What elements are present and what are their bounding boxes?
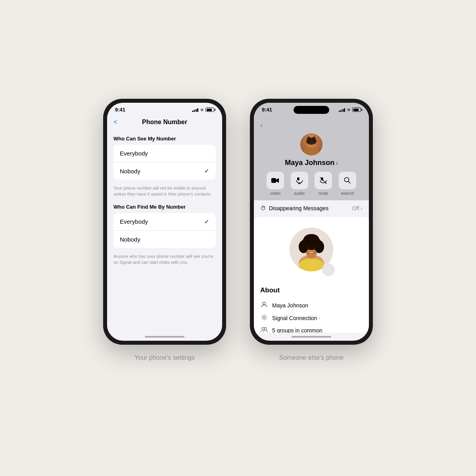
about-title: About [260,286,363,294]
timer-icon: ⏱ [260,205,266,211]
bar1 [192,111,193,112]
status-bar-1: 9:41 ⊛ [107,103,222,115]
person-icon [260,301,268,309]
svg-point-18 [303,234,319,245]
contact-header-nav: ‹ [260,121,363,129]
section1-note: Your phone number will not be visible to… [107,183,222,204]
action-buttons: video audio [260,172,363,196]
svg-point-25 [264,327,267,330]
settings-row-nobody-2[interactable]: Nobody [113,231,216,248]
phone2: 9:41 ⊛ [250,99,373,345]
action-btn-audio[interactable]: audio [288,172,311,196]
checkmark-everybody-2: ✓ [204,218,209,225]
status-time-1: 9:41 [115,107,125,113]
bar4-2 [344,108,345,112]
wifi-icon: ⊛ [200,107,203,112]
disappearing-left: ⏱ Disappearing Messages [260,205,328,211]
about-groups-text: 5 groups in common [272,327,322,333]
row-label-nobody-1: Nobody [120,168,140,175]
settings-scroll[interactable]: Who Can See My Number Everybody Nobody ✓… [107,129,222,333]
bar3 [196,109,197,112]
disappearing-messages-row[interactable]: ⏱ Disappearing Messages Off › [254,200,369,217]
wifi-icon-2: ⊛ [347,107,350,112]
status-icons-2: ⊛ [339,107,361,112]
about-row-signal[interactable]: Signal Connection › [260,312,363,324]
bar2-2 [340,110,342,112]
signal-bars-icon-2 [339,108,345,112]
row-label-everybody-2: Everybody [120,218,148,225]
bottom-sheet: About Maya Johnson Sig [254,217,369,333]
svg-point-19 [307,247,309,250]
settings-row-everybody-2[interactable]: Everybody ✓ [113,213,216,231]
phone1-screen: < Phone Number Who Can See My Number Eve… [107,115,222,333]
back-button-1[interactable]: < [113,118,117,126]
svg-point-22 [263,302,266,305]
avatar-edit-btn[interactable] [322,263,335,276]
svg-point-24 [262,327,264,330]
video-icon [267,172,284,189]
phone1: 9:41 ⊛ [103,99,226,345]
action-label-search: search [341,191,354,196]
status-bar-2: 9:41 ⊛ [254,103,369,115]
svg-point-20 [313,247,316,250]
about-row-groups: 5 groups in common [260,324,363,333]
nav-title-1: Phone Number [142,119,187,126]
action-label-audio: audio [294,191,305,196]
home-bar-line-2 [292,336,331,338]
battery-icon [205,107,214,112]
battery-fill-2 [353,109,359,111]
search-icon [339,172,356,189]
signal-bars-icon [192,108,199,112]
svg-point-1 [303,148,319,155]
people-icon [260,327,268,333]
svg-point-23 [263,317,265,319]
settings-nav: < Phone Number [107,115,222,129]
contact-name-text: Maya Johnson [285,159,334,167]
row-label-everybody-1: Everybody [120,150,148,157]
disappearing-chevron: › [361,205,363,211]
section2-header: Who Can Find Me By Number [107,204,222,213]
row-label-nobody-2: Nobody [120,236,140,243]
disappearing-value: Off [352,205,359,211]
section1-group: Everybody Nobody ✓ [113,145,216,180]
svg-line-10 [348,181,350,183]
contact-name: Maya Johnson › [285,159,338,167]
phone1-wrapper: 9:41 ⊛ [103,99,226,361]
back-button-2[interactable]: ‹ [260,121,263,129]
home-bar-line-1 [145,336,184,338]
bar4 [197,108,198,112]
about-signal-text: Signal Connection › [272,315,321,321]
about-row-name: Maya Johnson [260,299,363,312]
contact-header: ‹ [254,115,369,200]
status-time-2: 9:41 [262,107,272,113]
bar1-2 [339,111,340,112]
status-icons-1: ⊛ [192,107,215,112]
settings-row-nobody-1[interactable]: Nobody ✓ [113,162,216,180]
section2-group: Everybody ✓ Nobody [113,213,216,248]
about-section: About Maya Johnson Sig [254,283,369,333]
dynamic-island-2 [294,106,329,114]
avatar-face-small [300,133,322,155]
signal-chevron: › [319,315,321,321]
action-btn-video[interactable]: video [263,172,287,196]
checkmark-nobody-1: ✓ [204,167,209,175]
home-bar-2 [254,333,369,341]
svg-rect-5 [271,178,276,183]
about-name-text: Maya Johnson [272,302,308,309]
scene: 9:41 ⊛ [103,99,373,377]
contact-avatar-small [300,133,322,155]
contact-name-chevron: › [336,160,338,166]
action-btn-search[interactable]: search [336,172,359,196]
disappearing-label: Disappearing Messages [269,205,328,211]
home-bar-1 [107,333,222,341]
bar2 [194,110,195,112]
settings-row-everybody-1[interactable]: Everybody [113,145,216,162]
audio-icon [291,172,308,189]
battery-icon-2 [352,107,361,112]
action-label-video: video [270,191,280,196]
disappearing-right: Off › [352,205,363,211]
section1-header: Who Can See My Number [107,136,222,145]
action-btn-mute[interactable]: mute [311,172,335,196]
bar3-2 [342,109,344,112]
phone2-caption: Someone else's phone [279,354,344,361]
